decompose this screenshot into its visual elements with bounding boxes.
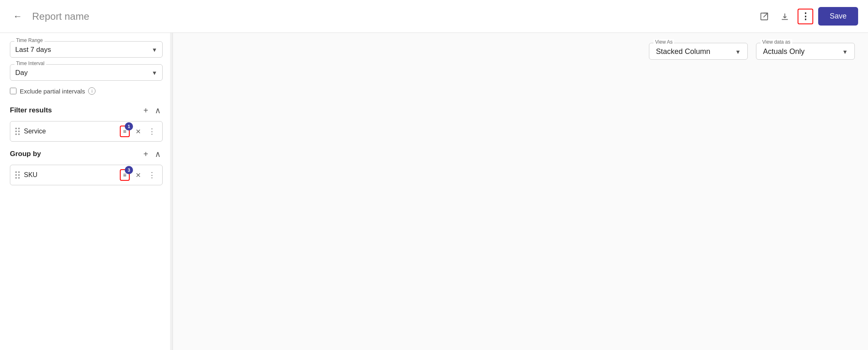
header-left: ← Report name (10, 9, 89, 23)
content-area: View As Stacked Column ▼ View data as Ac… (173, 33, 868, 350)
time-interval-group: Time Interval Day ▼ (10, 64, 163, 81)
group-by-actions: + ∧ (142, 148, 163, 160)
group-by-item-sku: SKU ≡ 3 ✕ ⋮ (10, 165, 163, 185)
info-icon[interactable]: i (88, 87, 96, 95)
filter-results-title: Filter results (10, 106, 52, 114)
view-data-as-value: Actuals Only (763, 47, 805, 56)
view-as-arrow-icon: ▼ (735, 49, 741, 55)
header: ← Report name ⋮ Save (0, 0, 868, 33)
filter-service-more-button[interactable]: ⋮ (147, 126, 157, 137)
view-as-dropdown[interactable]: View As Stacked Column ▼ (649, 43, 748, 60)
header-right: ⋮ Save (756, 7, 858, 26)
download-button[interactable] (777, 9, 793, 24)
exclude-partial-label: Exclude partial intervals (20, 88, 85, 95)
time-range-group: Time Range Last 7 days ▼ (10, 41, 163, 58)
filter-service-badge: 1 (125, 122, 133, 131)
main-layout: Time Range Last 7 days ▼ Time Interval D… (0, 33, 868, 350)
group-by-collapse-button[interactable]: ∧ (153, 148, 163, 160)
page-title: Report name (32, 11, 89, 22)
group-by-header: Group by + ∧ (10, 148, 163, 160)
sidebar-resize-handle[interactable] (170, 33, 173, 350)
drag-handle-sku[interactable] (15, 171, 20, 179)
view-as-label: View As (653, 39, 674, 45)
time-range-label: Time Range (14, 37, 44, 43)
time-range-dropdown[interactable]: Time Range Last 7 days ▼ (10, 41, 163, 58)
open-external-button[interactable] (756, 9, 772, 24)
group-by-sku-filter-button[interactable]: ≡ 3 (120, 169, 130, 181)
group-by-title: Group by (10, 150, 41, 158)
filter-results-header: Filter results + ∧ (10, 105, 163, 116)
time-interval-select[interactable]: Day ▼ (15, 67, 157, 77)
exclude-partial-row: Exclude partial intervals i (10, 87, 163, 95)
more-icon: ⋮ (801, 12, 810, 21)
view-data-as-label: View data as (761, 39, 792, 45)
time-interval-value: Day (15, 69, 28, 77)
view-as-value: Stacked Column (656, 47, 710, 56)
filter-service-remove-button[interactable]: ✕ (134, 127, 142, 136)
more-options-button[interactable]: ⋮ (798, 9, 813, 24)
group-by-add-button[interactable]: + (142, 149, 150, 160)
time-range-arrow-icon: ▼ (152, 47, 157, 53)
group-by-sku-label: SKU (24, 171, 116, 179)
view-data-as-select[interactable]: Actuals Only ▼ (763, 46, 848, 56)
filter-collapse-button[interactable]: ∧ (153, 105, 163, 116)
filter-item-service: Service ≡ 1 ✕ ⋮ (10, 121, 163, 142)
group-by-sku-more-button[interactable]: ⋮ (147, 170, 157, 180)
time-interval-label: Time Interval (14, 61, 46, 66)
filter-results-actions: + ∧ (142, 105, 163, 116)
view-as-select[interactable]: Stacked Column ▼ (656, 46, 741, 56)
save-button[interactable]: Save (818, 7, 858, 26)
view-data-as-arrow-icon: ▼ (842, 49, 848, 55)
sidebar: Time Range Last 7 days ▼ Time Interval D… (0, 33, 173, 350)
view-data-as-dropdown[interactable]: View data as Actuals Only ▼ (756, 43, 855, 60)
filter-service-label: Service (24, 128, 116, 135)
drag-handle-service[interactable] (15, 128, 20, 135)
time-interval-arrow-icon: ▼ (152, 70, 157, 76)
time-range-select[interactable]: Last 7 days ▼ (15, 44, 157, 54)
time-interval-dropdown[interactable]: Time Interval Day ▼ (10, 64, 163, 81)
exclude-partial-checkbox[interactable] (10, 88, 16, 94)
content-top-bar: View As Stacked Column ▼ View data as Ac… (186, 43, 855, 60)
group-by-sku-remove-button[interactable]: ✕ (134, 170, 142, 180)
back-button[interactable]: ← (10, 9, 26, 23)
time-range-value: Last 7 days (15, 46, 51, 54)
filter-service-filter-button[interactable]: ≡ 1 (120, 126, 130, 137)
filter-add-button[interactable]: + (142, 105, 150, 116)
group-by-sku-badge: 3 (125, 166, 133, 174)
